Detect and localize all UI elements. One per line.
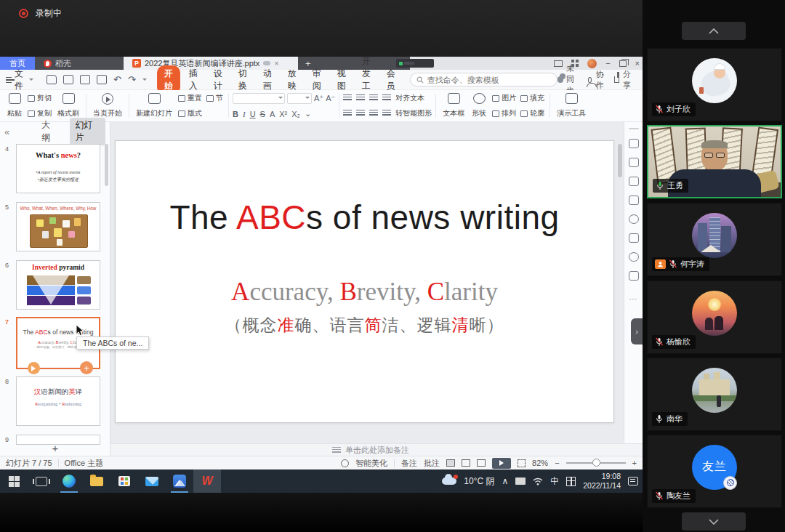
shape-outline-button[interactable]: 轮廓 xyxy=(519,108,546,118)
grow-font-button[interactable]: A⁺ xyxy=(314,94,323,103)
picture-button[interactable]: 图片 xyxy=(491,93,518,103)
fill-button[interactable]: 填充 xyxy=(519,93,546,103)
indent-increase-icon[interactable] xyxy=(382,94,391,102)
layout-button[interactable]: 版式 xyxy=(177,108,204,118)
strip-more-icon[interactable]: ⋯ xyxy=(629,294,638,304)
highlight-button[interactable]: ⌄ xyxy=(305,109,311,118)
apps-grid-icon[interactable] xyxy=(571,60,579,67)
search-input[interactable] xyxy=(427,76,551,84)
duplicate-icon[interactable] xyxy=(629,196,639,205)
strip-handle[interactable] xyxy=(629,128,639,129)
participant-tile-4[interactable]: 杨愉欣 xyxy=(647,281,782,354)
justify-icon[interactable] xyxy=(382,110,391,117)
print-icon[interactable] xyxy=(80,75,90,84)
subscript-button[interactable]: X₂ xyxy=(291,110,300,118)
scroll-up-button[interactable] xyxy=(682,22,746,40)
notes-book-icon[interactable] xyxy=(629,271,639,281)
collaborate-button[interactable]: 协作 xyxy=(588,69,605,91)
properties-icon[interactable] xyxy=(629,158,639,167)
strikethrough-button[interactable]: S xyxy=(260,110,265,118)
slideshow-play-button[interactable] xyxy=(492,458,511,469)
slide-canvas[interactable]: The ABCs of news writing Accuracy, Brevi… xyxy=(110,122,624,443)
redo-icon[interactable]: ↷ xyxy=(128,74,136,85)
numbered-list-icon[interactable] xyxy=(356,94,365,102)
bold-button[interactable]: B xyxy=(233,110,238,118)
touch-keyboard-icon[interactable] xyxy=(515,477,526,485)
ime-grid-icon[interactable] xyxy=(566,477,576,486)
file-menu[interactable]: 文件 xyxy=(0,68,39,92)
scroll-down-button[interactable] xyxy=(682,512,746,531)
italic-button[interactable]: I xyxy=(243,110,246,118)
outline-tab[interactable]: 大纲 xyxy=(36,118,63,145)
participant-tile-6[interactable]: 友兰 陶友兰 xyxy=(647,435,782,508)
account-avatar[interactable] xyxy=(587,59,597,68)
action-center-icon[interactable] xyxy=(628,477,638,485)
format-painter-button[interactable]: 格式刷 xyxy=(55,92,82,120)
smart-graphic-button[interactable]: 转智能图形 xyxy=(395,108,432,118)
taskbar-clock[interactable]: 19:08 2022/11/14 xyxy=(583,472,621,491)
meeting-app-button[interactable] xyxy=(166,469,193,493)
sidebar-collapse-handle[interactable]: › xyxy=(631,318,643,344)
participant-tile-2-speaking[interactable]: 王勇 xyxy=(647,125,782,198)
save-icon[interactable] xyxy=(47,75,57,84)
sorter-view-icon[interactable] xyxy=(462,459,470,467)
customize-chevron-icon[interactable] xyxy=(142,78,147,83)
export-icon[interactable] xyxy=(63,75,73,84)
zoom-slider[interactable] xyxy=(566,462,626,464)
new-slide-button[interactable]: 新建幻灯片 xyxy=(133,92,175,120)
align-center-icon[interactable] xyxy=(356,110,365,117)
play-from-current-button[interactable]: 当页开始 xyxy=(90,92,125,120)
superscript-button[interactable]: X² xyxy=(279,110,287,118)
print-preview-icon[interactable] xyxy=(97,75,107,84)
panel-scrollbar[interactable] xyxy=(105,144,108,186)
tray-expand-icon[interactable]: ∧ xyxy=(502,476,508,486)
participant-tile-1[interactable]: 刘子欣 xyxy=(647,48,782,121)
reset-button[interactable]: 重置 xyxy=(177,93,204,103)
ai-helper-icon[interactable] xyxy=(629,139,639,148)
share-button[interactable]: 分享 xyxy=(614,69,633,91)
minimize-button[interactable]: − xyxy=(605,59,610,68)
preview-play-button[interactable] xyxy=(28,362,40,374)
wps-app-button[interactable]: W xyxy=(193,469,221,493)
collapse-panel-button[interactable]: « xyxy=(4,126,9,137)
reading-view-icon[interactable] xyxy=(477,459,486,467)
presentation-tools-button[interactable]: 演示工具 xyxy=(554,92,589,120)
notes-bar[interactable]: 单击此处添加备注 xyxy=(110,443,643,456)
notes-toggle-button[interactable]: 备注 xyxy=(401,458,417,469)
align-right-icon[interactable] xyxy=(369,110,378,117)
tab-docer[interactable]: 稻壳 xyxy=(35,57,80,70)
printer-icon[interactable] xyxy=(629,233,639,243)
file-explorer-button[interactable] xyxy=(83,469,110,493)
participant-tile-5[interactable]: 南华 xyxy=(647,358,782,431)
zoom-slider-knob[interactable] xyxy=(592,459,600,467)
start-button[interactable] xyxy=(0,469,28,493)
mail-button[interactable] xyxy=(138,469,166,493)
align-left-icon[interactable] xyxy=(343,110,352,117)
underline-button[interactable]: U xyxy=(250,110,256,118)
slide-7[interactable]: The ABCs of news writing Accuracy, Brevi… xyxy=(115,140,614,423)
font-size-select[interactable] xyxy=(287,93,312,104)
cut-button[interactable]: 剪切 xyxy=(26,93,53,103)
undo-icon[interactable]: ↶ xyxy=(113,74,121,85)
copy-button[interactable]: 复制 xyxy=(26,108,53,118)
help-icon[interactable] xyxy=(629,214,639,224)
zoom-level[interactable]: 82% xyxy=(532,459,548,467)
network-icon[interactable] xyxy=(533,477,543,485)
paste-button[interactable]: 粘贴 xyxy=(4,92,25,120)
store-button[interactable] xyxy=(110,469,138,493)
normal-view-icon[interactable] xyxy=(446,459,455,467)
comments-button[interactable]: 批注 xyxy=(424,458,440,469)
shrink-font-button[interactable]: A⁻ xyxy=(326,94,335,103)
canvas-scrollbar[interactable] xyxy=(618,144,622,177)
arrange-button[interactable]: 排列 xyxy=(491,108,518,118)
smart-beautify-button[interactable]: 智能美化 xyxy=(355,458,387,469)
slides-tab[interactable]: 幻灯片 xyxy=(70,118,105,145)
bullet-list-icon[interactable] xyxy=(343,94,352,102)
add-slide-button[interactable]: + xyxy=(0,442,110,454)
edge-browser-button[interactable] xyxy=(55,469,83,493)
participant-tile-3[interactable]: 何宇涛 xyxy=(647,203,782,276)
textbox-button[interactable]: 文本框 xyxy=(440,92,467,120)
fit-to-window-icon[interactable] xyxy=(518,459,526,467)
close-window-button[interactable]: × xyxy=(635,59,640,68)
command-search[interactable] xyxy=(410,73,557,86)
